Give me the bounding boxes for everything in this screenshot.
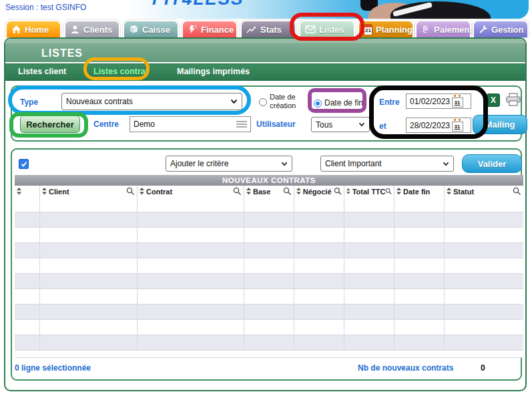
- column-header-select[interactable]: [15, 186, 40, 197]
- column-header-statut[interactable]: Statut: [445, 186, 523, 197]
- subtab-mailings-imprimes[interactable]: Mailings imprimés: [177, 67, 250, 76]
- table-cell: [244, 274, 294, 288]
- search-icon[interactable]: [385, 187, 392, 196]
- date-from-input[interactable]: 01/02/2023 31: [406, 93, 471, 109]
- tab-planning[interactable]: 21 Planning: [358, 20, 414, 37]
- table-row[interactable]: [15, 274, 523, 289]
- table-cell: [40, 320, 138, 335]
- column-header-client[interactable]: Client: [40, 186, 138, 197]
- table-cell: [344, 320, 394, 335]
- utilisateur-select[interactable]: Tous: [311, 117, 370, 132]
- chevron-down-icon: [281, 162, 288, 166]
- table-row[interactable]: [15, 228, 523, 243]
- list-picker-icon[interactable]: [236, 121, 247, 128]
- table-cell: [445, 228, 523, 242]
- table-row[interactable]: [15, 320, 523, 335]
- search-icon[interactable]: [126, 187, 135, 196]
- table-body: [15, 197, 523, 358]
- tab-home[interactable]: Home: [5, 20, 61, 37]
- sort-icon[interactable]: [140, 188, 144, 195]
- table-cell: [394, 197, 445, 212]
- table-row[interactable]: [15, 305, 523, 320]
- excel-export-icon[interactable]: X: [487, 93, 500, 107]
- table-cell: [15, 320, 40, 335]
- radio-date-fin-label: Date de fin: [324, 98, 363, 108]
- table-row[interactable]: [15, 212, 523, 228]
- date-to-input[interactable]: 28/02/2023 31: [406, 118, 471, 133]
- table-cell: [344, 274, 394, 288]
- subtab-listes-contrat[interactable]: Listes contrat: [93, 67, 148, 76]
- tab-listes[interactable]: Listes: [299, 20, 355, 37]
- table-cell: [244, 305, 294, 319]
- tab-paiements[interactable]: Paiements: [415, 20, 471, 37]
- table-cell: [138, 197, 244, 212]
- table-cell: [294, 197, 344, 212]
- table-cell: [394, 274, 445, 288]
- subtab-listes-client[interactable]: Listes client: [18, 67, 66, 76]
- table-cell: [394, 212, 445, 227]
- add-criteria-select[interactable]: Ajouter le critère: [166, 156, 292, 172]
- table-cell: [138, 335, 244, 350]
- search-icon[interactable]: [283, 187, 292, 196]
- radio-date-fin[interactable]: [314, 100, 322, 108]
- table-cell: [244, 197, 294, 212]
- criteria-value-select[interactable]: Client Important: [320, 156, 454, 172]
- new-contracts-count-value: 0: [481, 363, 485, 373]
- search-icon[interactable]: [334, 187, 342, 196]
- table-row[interactable]: [15, 258, 523, 274]
- chevron-down-icon: [443, 162, 449, 166]
- calendar-icon[interactable]: 31: [452, 95, 463, 108]
- listes-icon: [305, 25, 316, 33]
- table-cell: [138, 212, 244, 227]
- table-cell: [15, 258, 40, 273]
- tab-stats[interactable]: Stats: [240, 20, 296, 37]
- criteria-checkbox[interactable]: [19, 159, 29, 169]
- table-row[interactable]: [15, 289, 523, 305]
- sort-icon[interactable]: [17, 188, 21, 195]
- chevron-down-icon: [358, 122, 365, 127]
- table-cell: [138, 243, 244, 258]
- table-cell: [244, 289, 294, 304]
- sort-icon[interactable]: [246, 188, 251, 195]
- table-cell: [344, 228, 394, 242]
- tab-clients[interactable]: Clients: [64, 20, 120, 37]
- table-cell: [445, 305, 523, 319]
- table-cell: [445, 335, 523, 350]
- table-cell: [244, 212, 294, 227]
- sort-icon[interactable]: [447, 188, 451, 195]
- tab-gestion[interactable]: Gestion: [473, 20, 529, 37]
- app-window: FIT4LESS Session : test GSINFO Home Clie…: [0, 0, 532, 394]
- table-cell: [445, 320, 523, 335]
- table-cell: [294, 274, 344, 288]
- mailing-button[interactable]: Mailing: [473, 115, 527, 134]
- table-row[interactable]: [15, 335, 523, 351]
- chevron-down-icon: [230, 99, 238, 104]
- column-header-base[interactable]: Base: [244, 186, 294, 197]
- sort-icon[interactable]: [396, 188, 401, 195]
- centre-input[interactable]: Demo: [129, 116, 251, 132]
- sort-icon[interactable]: [42, 188, 47, 195]
- search-icon[interactable]: [233, 187, 242, 196]
- new-contracts-count-label: Nb de nouveaux contrats: [358, 363, 453, 373]
- tab-finance[interactable]: Finance: [182, 20, 238, 37]
- table-row[interactable]: [15, 197, 523, 212]
- column-header-total-ttc[interactable]: Total TTC: [344, 186, 394, 197]
- rechercher-button[interactable]: Rechercher: [20, 116, 80, 133]
- sort-icon[interactable]: [346, 188, 350, 195]
- column-header-negocie[interactable]: Négocié: [294, 186, 344, 197]
- table-cell: [40, 228, 138, 242]
- table-row[interactable]: [15, 243, 523, 258]
- tab-caisse[interactable]: Caisse: [123, 20, 179, 37]
- table-cell: [294, 305, 344, 319]
- column-header-date-fin[interactable]: Date fin: [394, 186, 445, 197]
- subtab-bar: Listes client Listes contrat Mailings im…: [5, 63, 525, 81]
- sort-icon[interactable]: [296, 188, 301, 195]
- column-header-contrat[interactable]: Contrat: [138, 186, 244, 197]
- type-select[interactable]: Nouveaux contrats: [61, 93, 242, 110]
- radio-date-creation[interactable]: [259, 98, 267, 106]
- table-cell: [294, 243, 344, 258]
- search-icon[interactable]: [513, 187, 521, 196]
- calendar-icon[interactable]: 31: [452, 119, 463, 132]
- print-icon[interactable]: [505, 93, 521, 106]
- valider-button[interactable]: Valider: [462, 154, 522, 173]
